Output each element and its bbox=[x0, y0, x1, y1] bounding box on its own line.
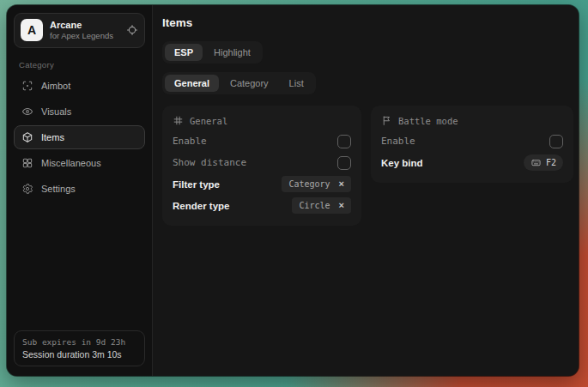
eye-icon bbox=[21, 106, 33, 118]
panel-general: General Enable Show distance Filter type… bbox=[162, 106, 361, 226]
sidebar-nav: Aimbot Visuals Items bbox=[14, 74, 145, 201]
panel-general-header: General bbox=[173, 115, 351, 126]
setting-row-show-distance: Show distance bbox=[173, 152, 351, 173]
panel-title: Battle mode bbox=[398, 116, 458, 126]
sidebar-item-label: Miscellaneous bbox=[41, 158, 101, 168]
sidebar-item-label: Settings bbox=[41, 184, 76, 194]
page-title: Items bbox=[162, 16, 573, 29]
setting-row-key-bind: Key bind F2 bbox=[381, 152, 563, 173]
settings-panels: General Enable Show distance Filter type… bbox=[162, 106, 573, 226]
tab-highlight[interactable]: Highlight bbox=[204, 44, 260, 61]
setting-row-battle-enable: Enable bbox=[381, 130, 563, 152]
sidebar: A Arcane for Apex Legends Category bbox=[7, 5, 153, 376]
sidebar-item-label: Visuals bbox=[41, 106, 71, 117]
sidebar-item-items[interactable]: Items bbox=[14, 125, 145, 149]
sidebar-item-settings[interactable]: Settings bbox=[14, 177, 145, 201]
hash-grid-icon bbox=[173, 115, 184, 126]
app-name: Arcane bbox=[50, 19, 119, 31]
sidebar-item-visuals[interactable]: Visuals bbox=[14, 100, 145, 124]
view-tabs: General Category List bbox=[162, 72, 316, 94]
setting-row-filter-type: Filter type Category × bbox=[173, 173, 351, 195]
tab-general[interactable]: General bbox=[165, 75, 219, 92]
tab-category[interactable]: Category bbox=[221, 75, 278, 92]
selected-value: Category bbox=[288, 179, 330, 189]
setting-label: Enable bbox=[173, 136, 207, 147]
sidebar-item-miscellaneous[interactable]: Miscellaneous bbox=[14, 151, 145, 175]
render-type-select[interactable]: Circle × bbox=[292, 197, 351, 214]
setting-label: Show distance bbox=[173, 157, 246, 168]
selected-value: Circle bbox=[299, 201, 330, 210]
setting-label: Key bind bbox=[381, 158, 423, 168]
crosshair-target-icon[interactable] bbox=[126, 24, 138, 36]
app-subtitle: for Apex Legends bbox=[50, 31, 119, 41]
clear-icon[interactable]: × bbox=[339, 201, 344, 210]
brand-text: Arcane for Apex Legends bbox=[50, 19, 119, 42]
flag-icon bbox=[381, 115, 392, 126]
tab-esp[interactable]: ESP bbox=[165, 44, 203, 61]
sub-expires-text: Sub expires in 9d 23h bbox=[22, 337, 136, 347]
tab-list[interactable]: List bbox=[280, 75, 313, 92]
setting-row-enable: Enable bbox=[173, 130, 351, 152]
app-logo: A bbox=[21, 19, 43, 41]
crosshair-scan-icon bbox=[21, 80, 33, 92]
sidebar-item-label: Items bbox=[41, 132, 64, 142]
setting-label: Filter type bbox=[173, 179, 220, 190]
package-icon bbox=[21, 131, 33, 143]
mode-tabs: ESP Highlight bbox=[162, 41, 263, 63]
clear-icon[interactable]: × bbox=[339, 179, 344, 189]
grid-icon bbox=[21, 157, 33, 169]
session-duration-text: Session duration 3m 10s bbox=[22, 349, 136, 360]
sidebar-item-aimbot[interactable]: Aimbot bbox=[14, 74, 145, 98]
brand-card: A Arcane for Apex Legends bbox=[14, 13, 145, 48]
panel-battle-mode: Battle mode Enable Key bind bbox=[371, 106, 573, 183]
battle-enable-checkbox[interactable] bbox=[549, 135, 563, 148]
keybind-button[interactable]: F2 bbox=[524, 154, 563, 171]
category-section-label: Category bbox=[19, 60, 140, 70]
panel-title: General bbox=[190, 116, 227, 126]
enable-checkbox[interactable] bbox=[337, 135, 351, 148]
setting-label: Enable bbox=[381, 136, 415, 147]
setting-row-render-type: Render type Circle × bbox=[173, 195, 351, 216]
setting-label: Render type bbox=[173, 201, 229, 211]
filter-type-select[interactable]: Category × bbox=[282, 176, 351, 192]
panel-battle-header: Battle mode bbox=[381, 115, 563, 126]
keyboard-icon bbox=[530, 158, 542, 167]
gear-icon bbox=[21, 183, 33, 195]
sidebar-item-label: Aimbot bbox=[41, 81, 70, 91]
main-content: Items ESP Highlight General Category Lis… bbox=[153, 5, 579, 376]
cheat-menu-window: A Arcane for Apex Legends Category bbox=[7, 5, 579, 376]
subscription-info-card: Sub expires in 9d 23h Session duration 3… bbox=[14, 330, 145, 366]
show-distance-checkbox[interactable] bbox=[337, 156, 351, 170]
keybind-value: F2 bbox=[546, 158, 556, 167]
